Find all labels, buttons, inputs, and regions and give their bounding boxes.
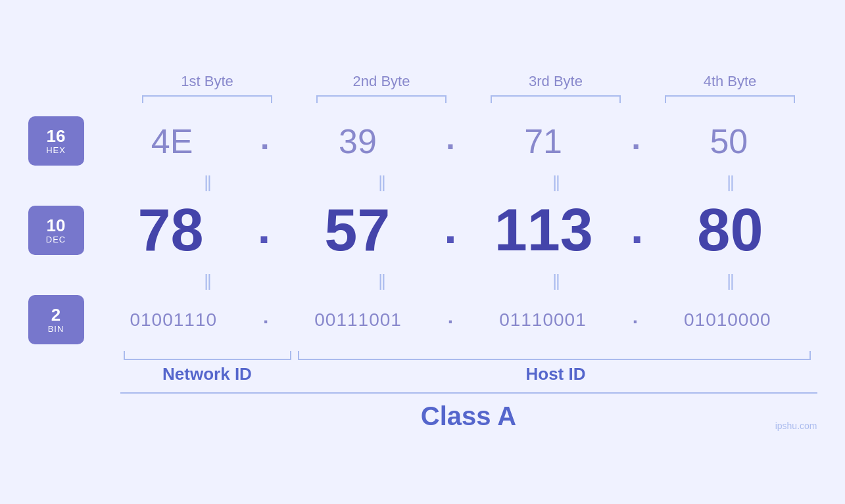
dec-val-3: 113: [495, 197, 593, 263]
bracket-cell-4: [643, 95, 817, 103]
host-id-bracket: [298, 351, 811, 360]
id-labels-row: Network ID Host ID: [120, 364, 817, 384]
pipe-1-1: ||: [120, 172, 295, 193]
pipe-1-4: ||: [643, 172, 817, 193]
byte-headers: 1st Byte 2nd Byte 3rd Byte 4th Byte: [120, 73, 817, 90]
dec-dot-1: .: [258, 204, 270, 257]
dec-val-2: 57: [324, 197, 390, 263]
hex-byte1: 4E: [84, 122, 260, 161]
watermark: ipshu.com: [775, 421, 817, 431]
dec-val-1: 78: [138, 197, 204, 263]
pipe-1-2: ||: [295, 172, 469, 193]
top-brackets: [120, 95, 817, 103]
bin-base-label: BIN: [48, 324, 64, 334]
network-id-bracket: [124, 351, 291, 360]
dec-byte1: 78: [84, 196, 258, 264]
top-bracket-2: [316, 95, 447, 103]
hex-val-2: 39: [339, 122, 377, 160]
dec-dot-3: .: [631, 204, 643, 257]
bin-val-3: 01110001: [499, 309, 587, 330]
bracket-cell-3: [469, 95, 643, 103]
bin-dot-3: .: [633, 307, 638, 333]
dec-byte2: 57: [270, 196, 444, 264]
hex-badge: 16 HEX: [28, 116, 84, 166]
pipe-1-3: ||: [469, 172, 643, 193]
bin-dot-2: .: [448, 307, 453, 333]
bin-byte2: 00111001: [268, 309, 448, 331]
dec-val-4: 80: [697, 197, 763, 263]
bin-base-number: 2: [51, 306, 60, 325]
class-label: Class A: [421, 401, 516, 430]
pipe-row-1: || || || ||: [120, 172, 817, 193]
hex-val-3: 71: [524, 122, 562, 160]
hex-dot-1: .: [260, 122, 270, 161]
dec-badge: 10 DEC: [28, 206, 84, 255]
bin-byte4: 01010000: [638, 309, 817, 331]
bottom-brackets-area: Network ID Host ID: [120, 351, 817, 384]
byte2-header: 2nd Byte: [295, 73, 469, 90]
hex-dot-2: .: [446, 122, 455, 161]
bin-values-area: 01001110 . 00111001 . 01110001 . 0101000…: [84, 307, 817, 333]
byte4-header: 4th Byte: [643, 73, 817, 90]
hex-byte3: 71: [455, 122, 631, 161]
hex-val-1: 4E: [151, 122, 193, 160]
bin-val-4: 01010000: [684, 309, 771, 330]
pipe-2-3: ||: [469, 271, 643, 291]
bracket-cell-1: [120, 95, 295, 103]
hex-values-area: 4E . 39 . 71 . 50: [84, 122, 817, 161]
bin-byte3: 01110001: [453, 309, 633, 331]
top-bracket-1: [142, 95, 273, 103]
pipe-2-1: ||: [120, 271, 295, 291]
bin-val-2: 00111001: [314, 309, 402, 330]
pipe-2-4: ||: [643, 271, 817, 291]
bin-dot-1: .: [263, 307, 268, 333]
dec-dot-2: .: [444, 204, 456, 257]
dec-row: 10 DEC 78 . 57 . 113 . 80: [28, 196, 817, 264]
bin-byte1: 01001110: [84, 309, 264, 331]
dec-values-area: 78 . 57 . 113 . 80: [84, 196, 817, 264]
bin-badge: 2 BIN: [28, 295, 84, 344]
pipe-row-2: || || || ||: [120, 271, 817, 291]
hex-byte4: 50: [640, 122, 817, 161]
hex-base-label: HEX: [46, 145, 66, 155]
hex-dot-3: .: [631, 122, 640, 161]
pipe-2-2: ||: [295, 271, 469, 291]
hex-byte2: 39: [270, 122, 446, 161]
dec-byte3: 113: [457, 196, 631, 264]
hex-row: 16 HEX 4E . 39 . 71 . 50: [28, 116, 817, 166]
bin-row: 2 BIN 01001110 . 00111001 . 01110001 . 0…: [28, 295, 817, 344]
top-bracket-4: [665, 95, 796, 103]
bracket-cell-2: [295, 95, 469, 103]
dec-byte4: 80: [643, 196, 817, 264]
byte1-header: 1st Byte: [120, 73, 295, 90]
hex-val-4: 50: [710, 122, 748, 160]
bin-val-1: 01001110: [130, 309, 217, 330]
hex-base-number: 16: [47, 127, 66, 146]
main-container: 1st Byte 2nd Byte 3rd Byte 4th Byte 16 H…: [28, 73, 817, 431]
host-id-label: Host ID: [295, 364, 817, 384]
dec-base-label: DEC: [46, 235, 66, 244]
bracket-bottom-row: [120, 351, 817, 360]
top-bracket-3: [491, 95, 621, 103]
dec-base-number: 10: [47, 216, 66, 235]
byte3-header: 3rd Byte: [469, 73, 643, 90]
network-id-label: Network ID: [120, 364, 295, 384]
class-row: Class A: [120, 392, 817, 431]
